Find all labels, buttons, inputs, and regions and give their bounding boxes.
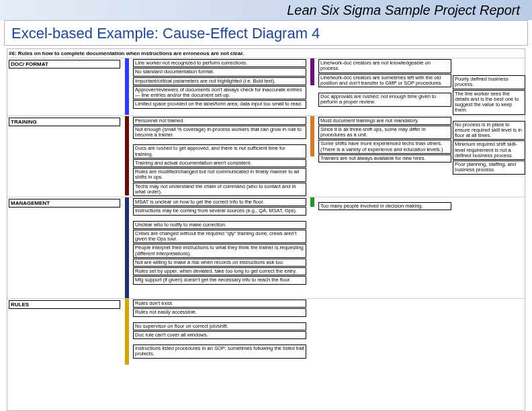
training-highlight: Most document trainings are not mandator… (318, 117, 451, 125)
table-row: MSAT is unclear on how to get the correc… (133, 198, 306, 206)
table-row: Since it is all three-shift ops, some ma… (318, 126, 451, 140)
cause-effect-sheet: #6: Rules on how to complete documentati… (7, 48, 525, 411)
training-block: TRAINING Personnel not trained. Not enou… (7, 116, 525, 198)
rules-col1: Rules don't exist. Rules not easily acce… (132, 299, 307, 359)
table-row: No standard documentation format. (133, 68, 306, 76)
table-row: Trainers are not always available for ne… (318, 154, 451, 163)
table-row: Crews are changed without the required "… (133, 230, 306, 244)
table-row: Limited space provided on the label/form… (133, 100, 306, 108)
table-row: Some shifts have more experienced techs … (318, 140, 451, 154)
table-row: Poorly defined business process. (453, 75, 525, 89)
table-row: Doc rule can't cover all windows. (133, 331, 306, 339)
problem-statement: #6: Rules on how to complete documentati… (7, 49, 525, 58)
doc-format-col1: Line worker not recognized to perform co… (132, 58, 307, 109)
table-row: Not enough (small % coverage) in-process… (133, 126, 306, 140)
table-row: Personnel not trained. (133, 117, 306, 125)
table-row: Not are willing to make a risk when reco… (133, 259, 306, 267)
table-row: Important/critical parameters are not hi… (133, 77, 306, 85)
doc-format-col3: Poorly defined business process. The lin… (452, 58, 526, 116)
management-spine (125, 197, 129, 298)
training-spine (125, 116, 129, 195)
training-col3: No process is in place to ensure require… (452, 116, 526, 175)
training-branch (310, 116, 314, 156)
management-col1: MSAT is unclear on how to get the correc… (132, 197, 307, 285)
table-row: Rules don't exist. (133, 300, 306, 308)
doc-format-block: DOC/ FORMAT Line worker not recognized t… (7, 58, 525, 116)
table-row: Line worker not recognized to perform co… (133, 59, 306, 67)
table-row: Mfg support (if given) doesn't get the n… (133, 276, 306, 284)
management-block: MANAGEMENT MSAT is unclear on how to get… (7, 197, 525, 299)
page: Lean Six Sigma Sample Project Report Exc… (0, 0, 532, 411)
table-row: Approver/reviewers of documents don't al… (133, 86, 306, 100)
table-row: Doc approvals are rushed; not enough tim… (318, 93, 451, 107)
table-row: Too many people involved in decision mak… (318, 202, 451, 210)
doc-format-branch (310, 58, 314, 85)
table-row: Rules not easily accessible. (133, 308, 306, 316)
document-title: Lean Six Sigma Sample Project Report (0, 3, 520, 18)
table-row: Rules set by upper, when deviated, take … (133, 267, 306, 275)
table-row: Rules are modified/changed but not commu… (133, 168, 306, 182)
table-row: Line/work-doc creators are sometimes lef… (318, 74, 451, 88)
table-row: Line/work-doc creators are not knowledge… (318, 59, 451, 73)
table-row: Minimum required shift skill-level requi… (453, 140, 525, 160)
management-branch (310, 197, 314, 207)
page-subtitle: Excel-based Example: Cause-Effect Diagra… (5, 21, 527, 46)
table-row: The line worker sees the details and is … (453, 90, 525, 115)
table-row: Unclear who to notify to make correction… (133, 221, 306, 229)
table-row: Docs are rushed to get approved, and the… (133, 144, 306, 158)
table-row: No process is in place to ensure require… (453, 121, 525, 140)
problem-row: #6: Rules on how to complete documentati… (7, 49, 525, 58)
doc-format-col2: Line/work-doc creators are not knowledge… (318, 58, 452, 107)
cat-rules-label: RULES (9, 300, 120, 309)
table-row: People interpret their instructions to w… (133, 244, 306, 258)
table-row: Instructions listed procedures in an SOP… (133, 345, 306, 359)
table-row: Instructions may be coming from several … (133, 207, 306, 215)
table-row: Poor planning, staffing, and business pr… (453, 161, 525, 175)
training-col1: Personnel not trained. Not enough (small… (132, 116, 307, 197)
rules-block: RULES Rules don't exist. Rules not easil… (7, 299, 525, 365)
table-row: Training and actual documentation aren't… (133, 159, 306, 167)
cat-training-label: TRAINING (9, 118, 120, 126)
doc-format-spine (125, 58, 129, 115)
cat-doc-format-label: DOC/ FORMAT (9, 60, 120, 68)
table-row: Techs may not understand the chain of co… (133, 183, 306, 197)
subtitle-box: Excel-based Example: Cause-Effect Diagra… (4, 20, 528, 46)
table-row: No supervisor on floor on correct job/sh… (133, 322, 306, 330)
cat-management-label: MANAGEMENT (9, 199, 120, 208)
training-col2: Most document trainings are not mandator… (318, 116, 452, 164)
rules-spine (125, 299, 129, 365)
management-col2: Too many people involved in decision mak… (318, 197, 452, 211)
